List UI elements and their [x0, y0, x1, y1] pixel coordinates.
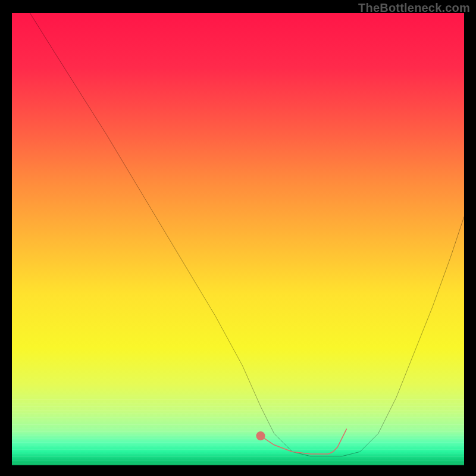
bottleneck-curve [30, 13, 464, 456]
curves-overlay [12, 13, 464, 465]
chart-frame: TheBottleneck.com [0, 0, 476, 476]
optimal-range [261, 429, 346, 454]
plot-area [12, 13, 464, 465]
optimal-start-marker [256, 431, 265, 440]
watermark-text: TheBottleneck.com [358, 1, 470, 15]
